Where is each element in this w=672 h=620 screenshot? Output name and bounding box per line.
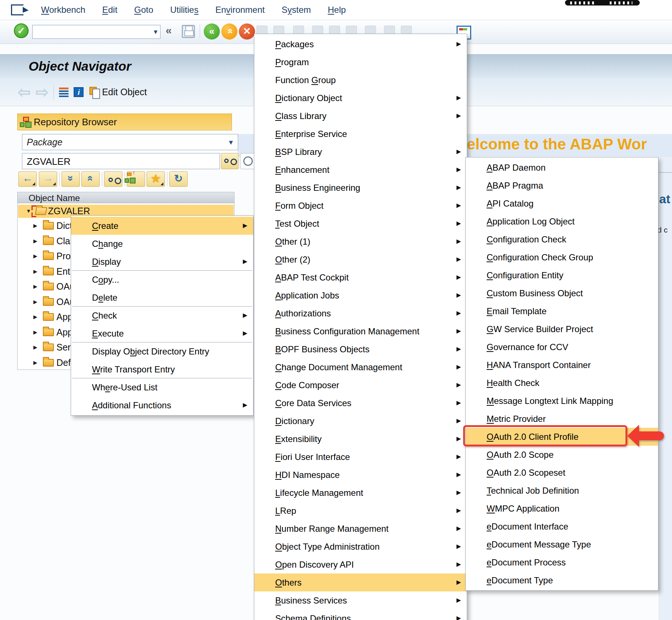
create-menu-item-fiori-user-interface[interactable]: Fiori User Interface▶: [254, 448, 467, 466]
create-menu-item-abap-test-cockpit[interactable]: ABAP Test Cockpit▶: [254, 268, 467, 286]
others-menu-item-health-check[interactable]: Health Check: [466, 374, 658, 392]
others-menu-item-abap-daemon[interactable]: ABAP Daemon: [466, 159, 658, 177]
others-menu-item-configuration-check[interactable]: Configuration Check: [466, 230, 658, 248]
others-menu-item-hana-transport-container[interactable]: HANA Transport Container: [466, 356, 658, 374]
create-menu-item-bsp-library[interactable]: BSP Library▶: [254, 143, 467, 161]
others-menu-item-abap-pragma[interactable]: ABAP Pragma: [466, 177, 658, 194]
others-menu-item-oauth-2-0-scope[interactable]: OAuth 2.0 Scope: [466, 446, 658, 464]
menubar-item-workbench[interactable]: Workbench: [41, 5, 85, 15]
others-menu-item-edocument-message-type[interactable]: eDocument Message Type: [466, 535, 658, 553]
others-menu-item-edocument-type[interactable]: eDocument Type: [466, 571, 658, 589]
others-menu-item-api-catalog[interactable]: API Catalog: [466, 194, 658, 212]
expand-arrow-icon[interactable]: ▶: [33, 299, 37, 305]
create-menu-item-business-services[interactable]: Business Services▶: [254, 591, 467, 609]
others-menu-item-configuration-check-group[interactable]: Configuration Check Group: [466, 248, 658, 266]
create-menu-item-authorizations[interactable]: Authorizations▶: [254, 304, 467, 322]
edit-object-icon[interactable]: [89, 87, 100, 98]
create-menu-item-extensibility[interactable]: Extensibility▶: [254, 430, 467, 448]
create-menu-item-other-2[interactable]: Other (2)▶: [254, 250, 467, 268]
others-menu-item-email-template[interactable]: Email Template: [466, 302, 658, 320]
collapse-all-button[interactable]: «: [81, 171, 100, 187]
create-menu-item-test-object[interactable]: Test Object▶: [254, 215, 467, 233]
nav-back-icon[interactable]: ⇦: [18, 85, 30, 100]
create-menu-item-hdi-namespace[interactable]: HDI Namespace▶: [254, 466, 467, 484]
expand-arrow-icon[interactable]: ▶: [33, 314, 37, 320]
worklist-icon[interactable]: [59, 88, 69, 97]
menubar-item-edit[interactable]: Edit: [102, 5, 117, 15]
others-menu-item-edocument-interface[interactable]: eDocument Interface: [466, 517, 658, 535]
create-menu-item-open-discovery-api[interactable]: Open Discovery API▶: [254, 556, 467, 573]
expand-arrow-icon[interactable]: ▶: [33, 283, 37, 289]
create-menu-item-program[interactable]: Program: [254, 53, 467, 71]
create-menu-item-business-engineering[interactable]: Business Engineering▶: [254, 179, 467, 197]
context-menu-item-display-object-directory-entry[interactable]: Display Object Directory Entry: [71, 342, 253, 360]
create-menu-item-bopf-business-objects[interactable]: BOPF Business Objects▶: [254, 340, 467, 358]
others-menu-item-wmpc-application[interactable]: WMPC Application: [466, 500, 658, 517]
repository-browser-header[interactable]: Repository Browser: [17, 114, 232, 130]
create-menu-item-function-group[interactable]: Function Group: [254, 71, 467, 89]
context-menu-item-display[interactable]: Display▶: [71, 253, 253, 271]
expand-arrow-icon[interactable]: ▶: [33, 360, 37, 365]
context-menu-item-copy[interactable]: Copy...: [71, 271, 253, 289]
edit-object-button[interactable]: Edit Object: [102, 87, 147, 97]
chevron-down-icon[interactable]: ▼: [152, 29, 159, 36]
history-back-button[interactable]: ←: [18, 171, 37, 187]
collapse-arrow-icon[interactable]: ▼: [26, 208, 31, 214]
info-icon[interactable]: i: [74, 87, 84, 97]
create-menu-item-class-library[interactable]: Class Library▶: [254, 107, 467, 125]
menubar-item-goto[interactable]: Goto: [134, 5, 153, 15]
tree-column-header[interactable]: Object Name: [18, 192, 234, 203]
context-menu-item-delete[interactable]: Delete: [71, 289, 253, 307]
enter-check-button[interactable]: ✓: [14, 23, 29, 38]
menubar-item-utilities[interactable]: Utilities: [170, 5, 198, 15]
expand-arrow-icon[interactable]: ▶: [33, 253, 37, 259]
create-menu-item-other-1[interactable]: Other (1)▶: [254, 233, 467, 250]
display-button[interactable]: [221, 153, 239, 169]
create-menu-item-change-document-management[interactable]: Change Document Management▶: [254, 358, 467, 376]
expand-arrow-icon[interactable]: ▶: [33, 238, 37, 244]
menubar-item-system[interactable]: System: [281, 5, 311, 15]
create-menu-item-form-object[interactable]: Form Object▶: [254, 197, 467, 215]
create-menu-item-others[interactable]: Others▶: [254, 573, 467, 591]
context-menu-item-additional-functions[interactable]: Additional Functions▶: [71, 396, 253, 414]
cancel-button[interactable]: ✕: [239, 23, 255, 40]
others-menu-item-edocument-process[interactable]: eDocument Process: [466, 553, 658, 571]
create-menu-item-enterprise-service[interactable]: Enterprise Service: [254, 125, 467, 143]
others-menu-item-governance-for-ccv[interactable]: Governance for CCV: [466, 338, 658, 356]
refresh-button[interactable]: ↻: [169, 171, 188, 187]
browse-category-select[interactable]: Package ▼: [22, 134, 238, 150]
nav-forward-icon[interactable]: ⇨: [36, 85, 48, 100]
superior-object-list-button[interactable]: [127, 171, 145, 187]
create-menu-item-application-jobs[interactable]: Application Jobs▶: [254, 286, 467, 304]
context-menu-item-check[interactable]: Check▶: [71, 307, 253, 324]
chevron-down-icon[interactable]: ▼: [228, 139, 234, 146]
create-menu-item-packages[interactable]: Packages▶: [254, 35, 467, 53]
others-menu-item-oauth-2-0-scopeset[interactable]: OAuth 2.0 Scopeset: [466, 464, 658, 482]
create-menu-item-object-type-administration[interactable]: Object Type Administration▶: [254, 538, 467, 556]
others-menu-item-application-log-object[interactable]: Application Log Object: [466, 212, 658, 230]
command-field[interactable]: ▼: [32, 25, 160, 39]
package-name-input[interactable]: ZGVALER: [22, 153, 220, 169]
others-menu-item-message-longtext-link-mapping[interactable]: Message Longtext Link Mapping: [466, 392, 658, 410]
expand-arrow-icon[interactable]: ▶: [33, 344, 37, 350]
expand-arrow-icon[interactable]: ▶: [33, 268, 37, 274]
menubar-item-environment[interactable]: Environment: [215, 5, 265, 15]
history-forward-button[interactable]: →: [39, 171, 57, 187]
create-menu-item-code-composer[interactable]: Code Composer▶: [254, 376, 467, 394]
others-menu-item-custom-business-object[interactable]: Custom Business Object: [466, 284, 658, 302]
exit-session-icon[interactable]: [11, 4, 23, 15]
others-menu-item-gw-service-builder-project[interactable]: GW Service Builder Project: [466, 320, 658, 338]
context-menu-item-create[interactable]: Create▶: [71, 217, 253, 235]
menubar-item-help[interactable]: Help: [328, 5, 346, 15]
context-menu-item-change[interactable]: Change: [71, 235, 253, 253]
create-menu-item-enhancement[interactable]: Enhancement▶: [254, 161, 467, 179]
exit-button[interactable]: »: [221, 23, 237, 40]
create-menu-item-dictionary-object[interactable]: Dictionary Object▶: [254, 89, 467, 107]
context-menu-item-where-used-list[interactable]: Where-Used List: [71, 378, 253, 396]
create-menu-item-business-configuration-management[interactable]: Business Configuration Management▶: [254, 322, 467, 340]
favorites-button[interactable]: ★: [147, 171, 165, 187]
create-menu-item-lifecycle-management[interactable]: Lifecycle Management▶: [254, 484, 467, 502]
others-menu-item-configuration-entity[interactable]: Configuration Entity: [466, 266, 658, 284]
create-menu-item-dictionary[interactable]: Dictionary▶: [254, 412, 467, 430]
create-menu-item-core-data-services[interactable]: Core Data Services▶: [254, 394, 467, 412]
